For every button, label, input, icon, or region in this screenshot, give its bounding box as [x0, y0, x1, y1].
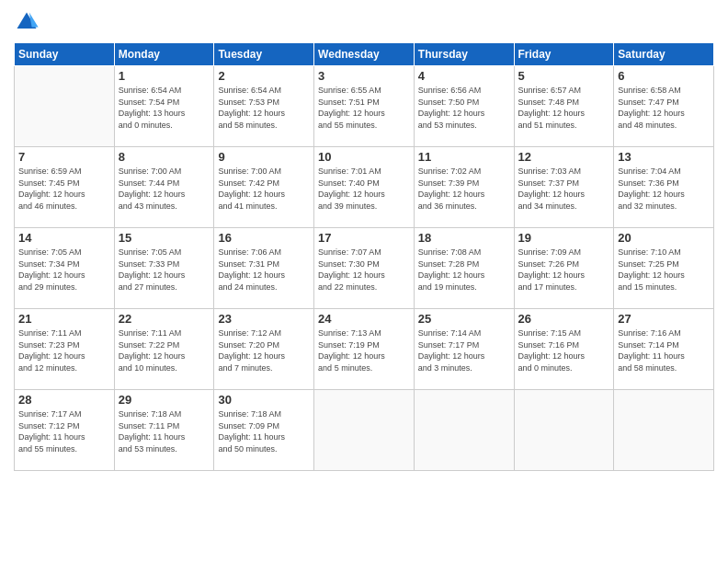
day-info: Sunrise: 7:07 AM Sunset: 7:30 PM Dayligh…	[318, 247, 410, 293]
day-info: Sunrise: 7:10 AM Sunset: 7:25 PM Dayligh…	[618, 247, 710, 293]
table-row: 19Sunrise: 7:09 AM Sunset: 7:26 PM Dayli…	[514, 228, 614, 309]
table-row	[514, 390, 614, 471]
day-number: 21	[18, 312, 110, 326]
week-row: 7Sunrise: 6:59 AM Sunset: 7:45 PM Daylig…	[15, 147, 714, 228]
table-row: 29Sunrise: 7:18 AM Sunset: 7:11 PM Dayli…	[114, 390, 214, 471]
table-row: 8Sunrise: 7:00 AM Sunset: 7:44 PM Daylig…	[114, 147, 214, 228]
day-info: Sunrise: 7:09 AM Sunset: 7:26 PM Dayligh…	[518, 247, 610, 293]
day-info: Sunrise: 7:05 AM Sunset: 7:33 PM Dayligh…	[119, 247, 210, 293]
table-row: 15Sunrise: 7:05 AM Sunset: 7:33 PM Dayli…	[114, 228, 214, 309]
table-row: 1Sunrise: 6:54 AM Sunset: 7:54 PM Daylig…	[114, 66, 214, 147]
day-number: 24	[318, 312, 410, 326]
table-row: 11Sunrise: 7:02 AM Sunset: 7:39 PM Dayli…	[414, 147, 514, 228]
weekday-header: Monday	[114, 43, 214, 66]
table-row: 12Sunrise: 7:03 AM Sunset: 7:37 PM Dayli…	[514, 147, 614, 228]
day-info: Sunrise: 7:15 AM Sunset: 7:16 PM Dayligh…	[518, 327, 610, 373]
table-row: 14Sunrise: 7:05 AM Sunset: 7:34 PM Dayli…	[15, 228, 115, 309]
week-row: 28Sunrise: 7:17 AM Sunset: 7:12 PM Dayli…	[15, 390, 714, 471]
table-row: 17Sunrise: 7:07 AM Sunset: 7:30 PM Dayli…	[314, 228, 415, 309]
day-number: 28	[18, 393, 110, 407]
day-info: Sunrise: 7:18 AM Sunset: 7:09 PM Dayligh…	[218, 408, 310, 454]
day-number: 27	[618, 312, 710, 326]
weekday-header: Saturday	[614, 43, 714, 66]
table-row	[614, 390, 714, 471]
day-info: Sunrise: 7:00 AM Sunset: 7:42 PM Dayligh…	[218, 166, 310, 212]
day-info: Sunrise: 6:55 AM Sunset: 7:51 PM Dayligh…	[318, 85, 410, 131]
page-header	[14, 9, 714, 35]
page-container: SundayMondayTuesdayWednesdayThursdayFrid…	[0, 0, 728, 480]
table-row: 6Sunrise: 6:58 AM Sunset: 7:47 PM Daylig…	[614, 66, 714, 147]
day-info: Sunrise: 7:11 AM Sunset: 7:22 PM Dayligh…	[119, 327, 210, 373]
table-row: 24Sunrise: 7:13 AM Sunset: 7:19 PM Dayli…	[314, 309, 415, 390]
day-number: 17	[318, 231, 410, 245]
day-number: 14	[18, 231, 110, 245]
day-number: 30	[218, 393, 310, 407]
table-row: 3Sunrise: 6:55 AM Sunset: 7:51 PM Daylig…	[314, 66, 415, 147]
week-row: 14Sunrise: 7:05 AM Sunset: 7:34 PM Dayli…	[15, 228, 714, 309]
day-info: Sunrise: 7:17 AM Sunset: 7:12 PM Dayligh…	[18, 408, 110, 454]
weekday-header: Wednesday	[314, 43, 415, 66]
day-info: Sunrise: 7:16 AM Sunset: 7:14 PM Dayligh…	[618, 327, 710, 373]
table-row: 22Sunrise: 7:11 AM Sunset: 7:22 PM Dayli…	[114, 309, 214, 390]
day-number: 3	[318, 69, 410, 83]
day-info: Sunrise: 7:05 AM Sunset: 7:34 PM Dayligh…	[18, 247, 110, 293]
table-row: 7Sunrise: 6:59 AM Sunset: 7:45 PM Daylig…	[15, 147, 115, 228]
day-number: 4	[418, 69, 510, 83]
table-row: 23Sunrise: 7:12 AM Sunset: 7:20 PM Dayli…	[214, 309, 314, 390]
day-number: 6	[618, 69, 710, 83]
weekday-header: Tuesday	[214, 43, 314, 66]
calendar-table: SundayMondayTuesdayWednesdayThursdayFrid…	[14, 42, 714, 471]
table-row: 28Sunrise: 7:17 AM Sunset: 7:12 PM Dayli…	[15, 390, 115, 471]
table-row: 21Sunrise: 7:11 AM Sunset: 7:23 PM Dayli…	[15, 309, 115, 390]
table-row: 20Sunrise: 7:10 AM Sunset: 7:25 PM Dayli…	[614, 228, 714, 309]
table-row: 10Sunrise: 7:01 AM Sunset: 7:40 PM Dayli…	[314, 147, 415, 228]
day-number: 7	[18, 150, 110, 164]
day-info: Sunrise: 6:59 AM Sunset: 7:45 PM Dayligh…	[18, 166, 110, 212]
day-info: Sunrise: 6:57 AM Sunset: 7:48 PM Dayligh…	[518, 85, 610, 131]
day-number: 29	[119, 393, 210, 407]
table-row: 9Sunrise: 7:00 AM Sunset: 7:42 PM Daylig…	[214, 147, 314, 228]
day-info: Sunrise: 6:54 AM Sunset: 7:54 PM Dayligh…	[119, 85, 210, 131]
table-row: 16Sunrise: 7:06 AM Sunset: 7:31 PM Dayli…	[214, 228, 314, 309]
day-info: Sunrise: 7:01 AM Sunset: 7:40 PM Dayligh…	[318, 166, 410, 212]
day-info: Sunrise: 7:14 AM Sunset: 7:17 PM Dayligh…	[418, 327, 510, 373]
day-info: Sunrise: 7:13 AM Sunset: 7:19 PM Dayligh…	[318, 327, 410, 373]
day-info: Sunrise: 7:03 AM Sunset: 7:37 PM Dayligh…	[518, 166, 610, 212]
day-number: 8	[119, 150, 210, 164]
table-row	[414, 390, 514, 471]
day-number: 11	[418, 150, 510, 164]
week-row: 21Sunrise: 7:11 AM Sunset: 7:23 PM Dayli…	[15, 309, 714, 390]
table-row: 5Sunrise: 6:57 AM Sunset: 7:48 PM Daylig…	[514, 66, 614, 147]
logo	[14, 9, 43, 35]
table-row: 25Sunrise: 7:14 AM Sunset: 7:17 PM Dayli…	[414, 309, 514, 390]
day-number: 20	[618, 231, 710, 245]
day-info: Sunrise: 7:04 AM Sunset: 7:36 PM Dayligh…	[618, 166, 710, 212]
table-row: 26Sunrise: 7:15 AM Sunset: 7:16 PM Dayli…	[514, 309, 614, 390]
day-number: 5	[518, 69, 610, 83]
logo-icon	[14, 9, 40, 35]
table-row: 13Sunrise: 7:04 AM Sunset: 7:36 PM Dayli…	[614, 147, 714, 228]
day-info: Sunrise: 7:02 AM Sunset: 7:39 PM Dayligh…	[418, 166, 510, 212]
day-number: 22	[119, 312, 210, 326]
day-info: Sunrise: 6:58 AM Sunset: 7:47 PM Dayligh…	[618, 85, 710, 131]
week-row: 1Sunrise: 6:54 AM Sunset: 7:54 PM Daylig…	[15, 66, 714, 147]
table-row: 4Sunrise: 6:56 AM Sunset: 7:50 PM Daylig…	[414, 66, 514, 147]
day-info: Sunrise: 7:06 AM Sunset: 7:31 PM Dayligh…	[218, 247, 310, 293]
day-number: 19	[518, 231, 610, 245]
day-number: 18	[418, 231, 510, 245]
table-row: 30Sunrise: 7:18 AM Sunset: 7:09 PM Dayli…	[214, 390, 314, 471]
day-number: 2	[218, 69, 310, 83]
day-number: 10	[318, 150, 410, 164]
day-info: Sunrise: 7:00 AM Sunset: 7:44 PM Dayligh…	[119, 166, 210, 212]
day-info: Sunrise: 6:56 AM Sunset: 7:50 PM Dayligh…	[418, 85, 510, 131]
table-row	[314, 390, 415, 471]
day-number: 23	[218, 312, 310, 326]
day-number: 9	[218, 150, 310, 164]
day-number: 1	[119, 69, 210, 83]
weekday-header: Thursday	[414, 43, 514, 66]
day-info: Sunrise: 7:11 AM Sunset: 7:23 PM Dayligh…	[18, 327, 110, 373]
day-number: 13	[618, 150, 710, 164]
weekday-header: Sunday	[15, 43, 115, 66]
day-number: 26	[518, 312, 610, 326]
day-info: Sunrise: 6:54 AM Sunset: 7:53 PM Dayligh…	[218, 85, 310, 131]
